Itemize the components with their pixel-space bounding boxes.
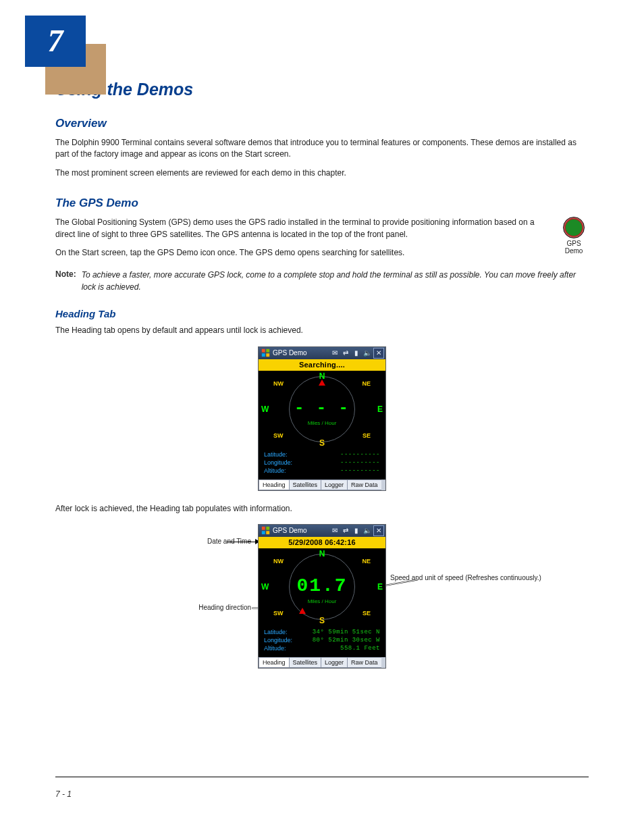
titlebar-text: GPS Demo (273, 349, 307, 357)
speaker-icon: 🔈 (363, 348, 372, 358)
note-label: Note: (55, 269, 76, 293)
gps-demo-icon (563, 217, 585, 238)
signal-icon: ▮ (352, 526, 361, 536)
svg-rect-5 (266, 527, 269, 530)
svg-rect-6 (262, 531, 265, 535)
chapter-number: 7 (25, 16, 86, 67)
windows-logo-icon (261, 526, 270, 535)
compass-dir-se: SE (363, 610, 371, 617)
annotation-arrow-1 (227, 542, 257, 542)
tab-bar: Heading Satellites Logger Raw Data (259, 479, 385, 490)
para-overview-1: The Dolphin 9900 Terminal contains sever… (55, 137, 589, 161)
annotation-heading: Heading direction (187, 604, 251, 611)
tab-logger[interactable]: Logger (321, 657, 348, 668)
compass-dir-ne: NE (362, 558, 371, 565)
speed-readout: 01.7 (296, 575, 347, 596)
compass-dir-sw: SW (273, 432, 284, 439)
para-overview-2: The most prominent screen elements are r… (55, 167, 589, 179)
speed-unit: Miles / Hour (308, 598, 337, 604)
footer-rule (55, 777, 589, 777)
compass-dir-s: S (319, 616, 325, 625)
page: 7 Using the Demos Overview The Dolphin 9… (0, 0, 644, 834)
compass-dir-nw: NW (273, 380, 284, 387)
mail-icon: ✉ (330, 348, 340, 358)
device-screenshot-1: GPS Demo ✉ ⇄ ▮ 🔈 ✕ Searching.... N NE E … (258, 346, 386, 491)
value-longitude: 80° 52min 30sec W (313, 637, 380, 644)
value-altitude: ---------- (340, 467, 380, 474)
compass-dir-ne: NE (362, 380, 371, 387)
tab-heading[interactable]: Heading (259, 657, 290, 668)
screenshot-1-wrap: GPS Demo ✉ ⇄ ▮ 🔈 ✕ Searching.... N NE E … (55, 346, 589, 491)
titlebar-text: GPS Demo (273, 527, 307, 534)
page-number: 7 - 1 (55, 789, 72, 799)
speed-unit: Miles / Hour (308, 420, 337, 426)
page-title: Using the Demos (55, 80, 589, 99)
readouts: Latitude:---------- Longitude:----------… (259, 448, 385, 479)
close-icon[interactable]: ✕ (373, 348, 384, 359)
compass-dir-e: E (377, 582, 383, 592)
readouts: Latitude:34° 59min 51sec N Longitude:80°… (259, 626, 385, 657)
label-altitude: Altitude: (264, 467, 286, 474)
titlebar: GPS Demo ✉ ⇄ ▮ 🔈 ✕ (259, 525, 385, 537)
compass-dir-sw: SW (273, 610, 284, 617)
tab-heading[interactable]: Heading (259, 479, 290, 490)
speaker-icon: 🔈 (363, 526, 372, 536)
compass: N NE E SE S SW W NW - - - Miles / Hour (259, 371, 385, 448)
svg-rect-3 (266, 353, 269, 357)
para-after-lock: After lock is achieved, the Heading tab … (55, 503, 589, 515)
compass-dir-s: S (319, 438, 325, 448)
svg-rect-0 (262, 349, 265, 353)
compass-dir-nw: NW (273, 558, 284, 565)
screenshot-2-annotated: Date and Time Speed and unit of speed (R… (258, 524, 386, 669)
label-altitude: Altitude: (264, 645, 286, 652)
tab-raw-data[interactable]: Raw Data (347, 479, 382, 490)
close-icon[interactable]: ✕ (373, 525, 384, 536)
label-latitude: Latitude: (264, 629, 288, 635)
label-longitude: Longitude: (264, 459, 292, 466)
gps-demo-icon-label: GPS Demo (559, 240, 589, 255)
value-altitude: 558.1 Feet (340, 645, 380, 652)
tab-satellites[interactable]: Satellites (289, 479, 322, 490)
compass-dir-se: SE (363, 432, 371, 439)
mail-icon: ✉ (330, 526, 340, 536)
value-latitude: 34° 59min 51sec N (313, 629, 380, 635)
tab-satellites[interactable]: Satellites (289, 657, 322, 668)
status-bar: 5/29/2008 06:42:16 (259, 537, 385, 548)
compass-dir-n: N (319, 549, 325, 558)
main-content: Using the Demos Overview The Dolphin 990… (55, 0, 589, 669)
label-latitude: Latitude: (264, 451, 288, 458)
value-latitude: ---------- (340, 451, 380, 458)
tab-filler (381, 657, 385, 668)
sync-icon: ⇄ (341, 526, 350, 536)
compass-dir-w: W (261, 582, 269, 592)
compass: N NE E SE S SW W NW 01.7 Miles / Hour (259, 548, 385, 626)
note-text: To achieve a faster, more accurate GPS l… (82, 269, 589, 293)
tab-logger[interactable]: Logger (321, 479, 348, 490)
compass-dir-n: N (319, 371, 325, 381)
speed-readout: - - - (294, 399, 350, 417)
gps-demo-icon-figure: GPS Demo (559, 217, 589, 255)
para-gps-2: On the Start screen, tap the GPS Demo ic… (55, 247, 589, 259)
device-screenshot-2: GPS Demo ✉ ⇄ ▮ 🔈 ✕ 5/29/2008 06:42:16 N … (258, 524, 386, 669)
titlebar: GPS Demo ✉ ⇄ ▮ 🔈 ✕ (259, 347, 385, 359)
signal-icon: ▮ (352, 348, 361, 358)
compass-dir-w: W (261, 405, 269, 414)
compass-dir-e: E (377, 405, 383, 414)
status-bar: Searching.... (259, 359, 385, 371)
label-longitude: Longitude: (264, 637, 292, 644)
note: Note: To achieve a faster, more accurate… (55, 269, 589, 293)
annotation-speed: Speed and unit of speed (Refreshes conti… (390, 574, 458, 581)
para-gps-1: The Global Positioning System (GPS) demo… (55, 217, 589, 240)
chapter-badge: 7 (25, 16, 106, 79)
heading-gps-demo: The GPS Demo (55, 197, 589, 210)
svg-rect-2 (262, 353, 265, 357)
screenshot-2-wrap: Date and Time Speed and unit of speed (R… (55, 524, 589, 669)
heading-heading-tab: Heading Tab (55, 308, 589, 319)
heading-overview: Overview (55, 117, 589, 130)
svg-rect-1 (266, 349, 269, 353)
compass-needle-icon (299, 608, 306, 614)
windows-logo-icon (261, 348, 270, 357)
sync-icon: ⇄ (341, 348, 350, 358)
tab-raw-data[interactable]: Raw Data (347, 657, 382, 668)
svg-rect-7 (266, 531, 269, 535)
